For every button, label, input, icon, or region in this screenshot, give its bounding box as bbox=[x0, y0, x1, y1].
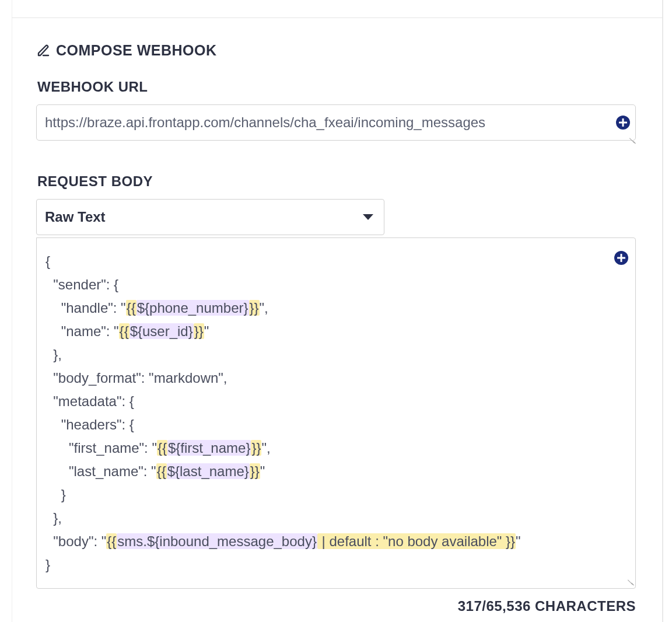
webhook-url-input[interactable] bbox=[36, 104, 636, 141]
request-body-wrap: { "sender": { "handle": "{{${phone_numbe… bbox=[36, 237, 636, 589]
plus-icon bbox=[617, 254, 625, 262]
section-title-text: COMPOSE WEBHOOK bbox=[56, 42, 217, 59]
add-personalization-button[interactable] bbox=[616, 116, 630, 130]
character-counter: 317/65,536 CHARACTERS bbox=[36, 598, 636, 614]
top-divider bbox=[12, 18, 663, 18]
add-personalization-body-button[interactable] bbox=[614, 251, 628, 265]
compose-webhook-panel: COMPOSE WEBHOOK WEBHOOK URL REQUEST BODY… bbox=[36, 34, 636, 614]
chevron-down-icon bbox=[363, 214, 373, 220]
plus-icon bbox=[619, 118, 627, 127]
edit-icon bbox=[36, 44, 50, 58]
body-format-selected: Raw Text bbox=[45, 209, 106, 225]
request-body-label: REQUEST BODY bbox=[37, 173, 636, 190]
webhook-url-label: WEBHOOK URL bbox=[37, 79, 636, 95]
section-title: COMPOSE WEBHOOK bbox=[36, 42, 636, 59]
panel-left-border bbox=[12, 0, 12, 622]
resize-handle[interactable] bbox=[625, 578, 634, 587]
resize-handle[interactable] bbox=[626, 136, 636, 145]
webhook-url-wrap bbox=[36, 104, 636, 141]
request-body-editor[interactable]: { "sender": { "handle": "{{${phone_numbe… bbox=[37, 238, 635, 588]
body-format-select[interactable]: Raw Text bbox=[36, 199, 384, 235]
panel-right-border bbox=[662, 0, 663, 622]
